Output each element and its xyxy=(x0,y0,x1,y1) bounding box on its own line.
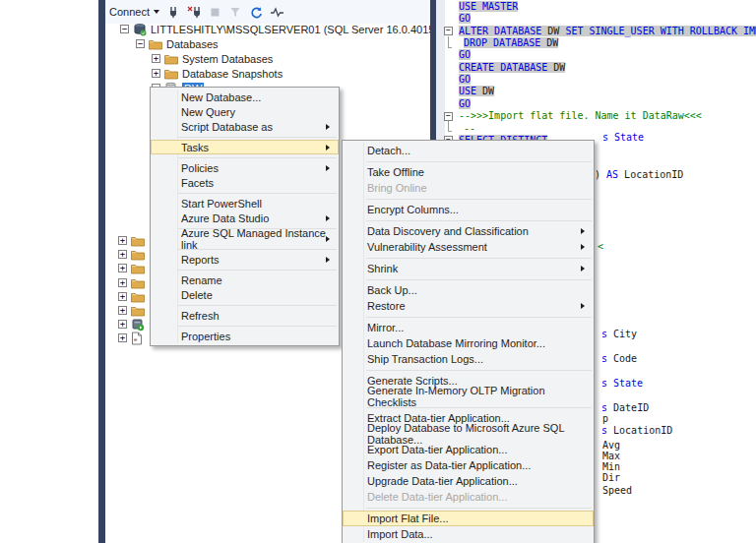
expand-icon[interactable]: + xyxy=(118,278,127,287)
menu-item-label: Policies xyxy=(181,162,219,174)
code-segment: CREATE DATABASE xyxy=(459,62,553,73)
tree-item-system-databases[interactable]: +System Databases xyxy=(152,51,273,66)
expand-icon[interactable]: + xyxy=(118,333,127,342)
code-segment: Max xyxy=(602,451,620,461)
tree-item-clipped[interactable]: + xyxy=(118,289,149,304)
menu-separator xyxy=(366,161,592,162)
tasks-submenu-item-import-data[interactable]: Import Data... xyxy=(343,526,594,542)
code-segment: Dir xyxy=(602,472,620,483)
tasks-submenu-item-restore[interactable]: Restore xyxy=(343,298,594,314)
code-line: -->>>Import flat file. Name it DataRaw<<… xyxy=(459,110,702,122)
tasks-submenu-item-generate-in-memory-oltp-migration-checklists[interactable]: Generate In-Memory OLTP Migration Checkl… xyxy=(343,389,594,404)
fold-guide-line xyxy=(448,121,449,131)
tasks-submenu: Detach...Take OfflineBring OnlineEncrypt… xyxy=(342,140,595,543)
activity-monitor-icon[interactable] xyxy=(270,5,284,20)
context-menu-item-properties[interactable]: Properties xyxy=(151,329,339,343)
tree-item-clipped[interactable]: + xyxy=(118,317,149,332)
context-menu-item-azure-sql-managed-instance-link[interactable]: Azure SQL Managed Instance link xyxy=(151,231,339,246)
tasks-submenu-item-mirror[interactable]: Mirror... xyxy=(343,320,594,335)
expand-icon[interactable]: + xyxy=(152,54,160,63)
tasks-submenu-item-export-data-tier-application[interactable]: Export Data-tier Application... xyxy=(343,442,594,457)
tasks-submenu-item-detach[interactable]: Detach... xyxy=(343,143,594,158)
tree-item-clipped[interactable]: + xyxy=(118,275,149,290)
collapse-icon[interactable]: − xyxy=(120,25,129,33)
fold-guide-foot xyxy=(448,131,452,132)
expand-icon[interactable]: + xyxy=(118,236,127,245)
context-menu-item-new-database[interactable]: New Database... xyxy=(151,90,339,104)
tree-item-clipped[interactable]: + xyxy=(118,233,149,248)
context-menu-item-reports[interactable]: Reports xyxy=(151,252,339,267)
tree-item-databases[interactable]: −Databases xyxy=(136,36,219,51)
context-menu-item-policies[interactable]: Policies xyxy=(151,160,339,175)
tasks-submenu-item-shrink[interactable]: Shrink xyxy=(343,261,594,276)
context-menu-item-script-database-as[interactable]: Script Database as xyxy=(151,119,339,134)
menu-item-label: Tasks xyxy=(181,142,209,153)
toolbar-icons xyxy=(166,5,284,20)
tasks-submenu-item-import-flat-file[interactable]: Import Flat File... xyxy=(343,511,594,526)
context-menu-item-start-powershell[interactable]: Start PowerShell xyxy=(151,196,339,211)
tree-item-database-snapshots[interactable]: +Database Snapshots xyxy=(152,66,283,81)
collapse-icon[interactable]: − xyxy=(136,39,145,48)
code-line: USE DW xyxy=(459,86,494,97)
ssms-window: Connect −LITTLESHITLY\MSSQLSERVER01 (SQL… xyxy=(0,0,756,543)
tree-item-clipped[interactable]: + xyxy=(118,303,149,318)
tree-item-littleshitly-mssqlserver01-sql-server-16[interactable]: −LITTLESHITLY\MSSQLSERVER01 (SQL Server … xyxy=(120,22,430,36)
folder-icon xyxy=(149,38,162,50)
code-line: -- xyxy=(464,123,475,135)
code-segment: GO xyxy=(459,49,471,60)
context-menu-item-new-query[interactable]: New Query xyxy=(151,104,339,119)
connect-plug-icon[interactable] xyxy=(166,5,181,20)
tasks-submenu-item-deploy-database-to-microsoft-azure-sql-database[interactable]: Deploy Database to Microsoft Azure SQL D… xyxy=(343,426,594,442)
context-menu-item-tasks[interactable]: Tasks xyxy=(151,140,339,154)
menu-separator xyxy=(366,279,592,280)
menu-separator xyxy=(178,157,337,158)
fold-guide-line xyxy=(448,36,449,47)
refresh-icon[interactable] xyxy=(249,5,264,20)
tasks-submenu-item-upgrade-data-tier-application[interactable]: Upgrade Data-tier Application... xyxy=(343,473,594,489)
disconnect-plug-icon[interactable] xyxy=(187,5,202,20)
expand-icon[interactable]: + xyxy=(118,306,127,315)
code-segment: SET SINGLE_USER WITH ROLLBACK IMMEDIATE xyxy=(565,26,756,36)
menu-item-label: Azure SQL Managed Instance link xyxy=(181,227,339,251)
context-menu-item-rename[interactable]: Rename xyxy=(151,272,339,287)
tasks-submenu-item-ship-transaction-logs[interactable]: Ship Transaction Logs... xyxy=(343,351,594,367)
context-menu-item-delete[interactable]: Delete xyxy=(151,287,339,302)
tasks-submenu-item-data-discovery-and-classification[interactable]: Data Discovery and Classification xyxy=(343,223,594,239)
code-segment: DW xyxy=(482,86,494,96)
menu-separator xyxy=(178,193,337,194)
code-segment: s xyxy=(601,425,613,436)
tasks-submenu-item-register-as-data-tier-application[interactable]: Register as Data-tier Application... xyxy=(343,457,594,473)
selected-text: ALTER DATABASE DW SET SINGLE_USER WITH R… xyxy=(459,26,756,36)
code-segment: s xyxy=(601,402,613,413)
code-segment: < xyxy=(598,241,603,252)
selected-text: CREATE DATABASE DW xyxy=(459,62,565,73)
code-segment: s State xyxy=(601,378,643,389)
tasks-submenu-item-launch-database-mirroring-monitor[interactable]: Launch Database Mirroring Monitor... xyxy=(343,335,594,351)
tasks-submenu-item-take-offline[interactable]: Take Offline xyxy=(343,164,594,180)
expand-icon[interactable]: + xyxy=(118,250,127,259)
menu-item-label: Back Up... xyxy=(367,284,417,296)
tree-item-clipped[interactable]: +e xyxy=(118,331,149,345)
tasks-submenu-item-back-up[interactable]: Back Up... xyxy=(343,282,594,298)
context-menu-item-azure-data-studio[interactable]: Azure Data Studio xyxy=(151,211,339,225)
submenu-arrow-icon xyxy=(326,257,330,263)
expand-icon[interactable]: + xyxy=(118,292,127,301)
tasks-submenu-item-encrypt-columns[interactable]: Encrypt Columns... xyxy=(343,202,594,217)
selected-text: USE MASTER xyxy=(459,1,518,12)
expand-icon[interactable]: + xyxy=(152,69,160,78)
menu-item-label: Delete xyxy=(181,289,213,301)
tree-item-clipped[interactable]: + xyxy=(118,247,149,262)
code-fold-collapse-icon[interactable]: − xyxy=(444,112,453,121)
folder-icon xyxy=(131,291,145,303)
code-fold-collapse-icon[interactable]: − xyxy=(444,27,453,35)
tree-item-clipped[interactable]: + xyxy=(118,261,149,275)
menu-separator xyxy=(366,317,592,318)
expand-icon[interactable]: + xyxy=(118,320,127,329)
context-menu-item-facets[interactable]: Facets xyxy=(151,175,339,190)
context-menu-item-refresh[interactable]: Refresh xyxy=(151,308,339,323)
tasks-submenu-item-vulnerability-assessment[interactable]: Vulnerability Assessment xyxy=(343,239,594,255)
expand-icon[interactable]: + xyxy=(118,264,127,272)
connect-dropdown-button[interactable]: Connect xyxy=(109,6,159,18)
code-segment: GO xyxy=(459,74,471,85)
code-fragment: Speed xyxy=(602,485,632,497)
